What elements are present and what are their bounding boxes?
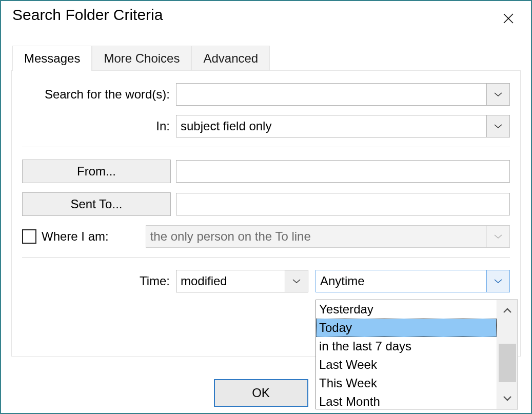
where-i-am-dropdown-button [486,226,509,247]
search-words-combo[interactable] [176,83,510,106]
dialog-window: Search Folder Criteria Messages More Cho… [0,0,532,414]
time-type-dropdown-button[interactable] [285,270,308,292]
time-type-value: modified [176,270,285,292]
dropdown-item[interactable]: Today [316,319,497,337]
scroll-thumb[interactable] [499,344,516,382]
search-words-label: Search for the word(s): [22,87,176,102]
where-i-am-combo: the only person on the To line [146,225,510,248]
in-value: subject field only [176,115,486,137]
where-i-am-label: Where I am: [42,229,109,244]
time-range-value: Anytime [316,270,486,292]
chevron-down-icon [494,124,502,129]
where-i-am-value: the only person on the To line [146,226,486,247]
from-button[interactable]: From... [22,160,171,183]
time-label: Time: [22,274,176,288]
search-words-value[interactable] [176,84,486,105]
chevron-up-icon [503,307,512,313]
dropdown-item[interactable]: Yesterday [316,300,497,319]
where-i-am-checkbox[interactable] [22,229,36,244]
close-icon [503,13,514,24]
titlebar: Search Folder Criteria [1,1,531,35]
scroll-track[interactable] [497,321,518,388]
time-type-combo[interactable]: modified [176,270,308,292]
sent-to-field[interactable] [176,193,510,215]
in-combo[interactable]: subject field only [176,115,510,137]
time-range-combo[interactable]: Anytime [316,270,510,292]
dialog-footer: OK [1,379,531,407]
search-words-dropdown-button[interactable] [486,84,509,105]
scroll-up-button[interactable] [497,300,518,321]
time-range-dropdown-button[interactable] [486,270,509,292]
tab-advanced[interactable]: Advanced [191,46,270,71]
ok-button[interactable]: OK [214,379,308,407]
tab-messages[interactable]: Messages [12,46,92,71]
chevron-down-icon [494,92,502,97]
tab-more-choices[interactable]: More Choices [92,46,191,71]
separator [22,147,510,147]
sent-to-button[interactable]: Sent To... [22,192,171,216]
dialog-title: Search Folder Criteria [12,6,163,24]
chevron-down-icon [494,234,502,239]
tabstrip: Messages More Choices Advanced [12,45,531,70]
dropdown-item[interactable]: in the last 7 days [316,337,497,356]
in-label: In: [22,119,176,133]
from-field[interactable] [176,160,510,183]
chevron-down-icon [494,279,502,284]
close-button[interactable] [499,9,518,28]
separator [22,257,510,258]
in-dropdown-button[interactable] [486,115,509,137]
chevron-down-icon [292,279,301,284]
dropdown-item[interactable]: Last Week [316,356,497,374]
